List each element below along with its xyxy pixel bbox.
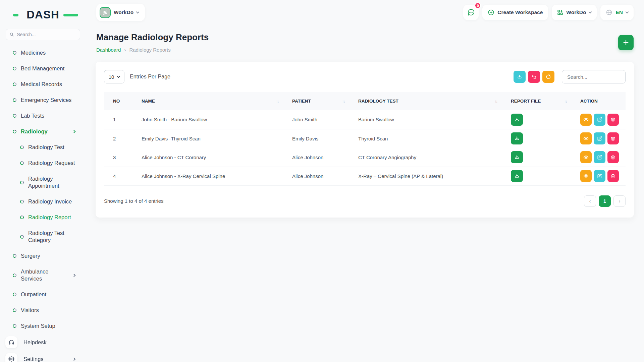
chevron-right-icon — [72, 274, 76, 277]
logo[interactable]: DASH — [18, 8, 68, 21]
circle-dot-icon — [12, 129, 17, 134]
pagination-next-button[interactable]: › — [613, 195, 626, 207]
circle-dot-icon — [20, 199, 24, 204]
messages-button[interactable]: 0 — [463, 5, 479, 20]
pagination-prev-button[interactable]: ‹ — [584, 195, 596, 207]
add-report-button[interactable] — [618, 35, 634, 50]
chat-bubble-icon — [467, 8, 475, 16]
circle-dot-icon — [20, 145, 24, 149]
delete-button[interactable] — [607, 151, 619, 163]
chevron-down-icon — [117, 74, 120, 78]
cell-no: 3 — [104, 148, 132, 167]
entries-per-page-select[interactable]: 10 — [104, 70, 124, 83]
circle-dot-icon — [12, 254, 17, 258]
view-button[interactable] — [580, 114, 592, 126]
export-button[interactable] — [514, 71, 526, 83]
circle-dot-icon — [12, 66, 17, 71]
download-icon — [514, 173, 520, 179]
page-title: Manage Radiology Reports — [96, 32, 209, 43]
download-icon — [514, 155, 520, 160]
trash-icon — [610, 155, 615, 160]
sidebar-item-radiology-request[interactable]: Radiology Request — [0, 155, 86, 171]
column-header-name[interactable]: NAME↑↓ — [132, 92, 283, 110]
edit-button[interactable] — [594, 151, 605, 163]
cell-name: Emily Davis -Thyroid Scan — [132, 129, 283, 148]
sidebar-item-helpdesk[interactable]: Helpdesk — [0, 334, 86, 351]
chevron-down-icon — [136, 10, 140, 13]
sidebar-item-radiology-test[interactable]: Radiology Test — [0, 139, 86, 155]
download-report-button[interactable] — [511, 114, 523, 126]
sidebar-item-radiology-test-category[interactable]: Radiology Test Category — [0, 225, 86, 248]
sidebar-item-radiology-appointment[interactable]: Radiology Appointment — [0, 171, 86, 194]
cell-test: Barium Swallow — [349, 110, 502, 129]
sort-icon[interactable]: ↑↓ — [495, 99, 497, 103]
sidebar-item-system-setup[interactable]: System Setup — [0, 318, 86, 334]
language-selector[interactable]: EN — [600, 5, 634, 20]
sidebar-item-lab-tests[interactable]: Lab Tests — [0, 108, 86, 124]
cell-test: CT Coronary Angiography — [349, 148, 502, 167]
view-button[interactable] — [580, 151, 592, 163]
circle-dot-icon — [12, 82, 17, 86]
sidebar-item-visitors[interactable]: Visitors — [0, 302, 86, 318]
sort-icon[interactable]: ↑↓ — [564, 99, 567, 103]
search-icon — [10, 32, 14, 37]
plus-icon — [622, 39, 630, 46]
breadcrumb-dashboard-link[interactable]: Dashboard — [96, 47, 121, 53]
sidebar-item-radiology-invoice[interactable]: Radiology Invoice — [0, 194, 86, 209]
trash-icon — [610, 136, 615, 141]
breadcrumb-current: Radiology Reports — [129, 47, 170, 53]
sidebar-item-emergency-services[interactable]: Emergency Services — [0, 92, 86, 108]
delete-button[interactable] — [607, 114, 619, 126]
pagination: ‹ 1 › — [584, 195, 626, 207]
view-button[interactable] — [580, 170, 592, 182]
edit-button[interactable] — [594, 170, 605, 182]
column-header-report-file[interactable]: REPORT FILE↑↓ — [502, 92, 571, 110]
sort-icon[interactable]: ↑↓ — [276, 99, 278, 103]
edit-button[interactable] — [594, 114, 605, 126]
delete-button[interactable] — [607, 132, 619, 144]
chevron-right-icon — [72, 357, 76, 361]
breadcrumb: Dashboard › Radiology Reports — [96, 47, 209, 53]
column-header-no[interactable]: NO — [104, 92, 132, 110]
trash-icon — [610, 174, 615, 179]
sidebar-item-medical-records[interactable]: Medical Records — [0, 76, 86, 92]
refresh-button[interactable] — [542, 71, 554, 83]
reports-card: 10 Entries Per Page — [96, 62, 634, 218]
sort-icon[interactable]: ↑↓ — [342, 99, 344, 103]
sidebar-item-ambulance-services[interactable]: Ambulance Services — [0, 264, 86, 287]
table-search-input[interactable] — [562, 70, 626, 83]
sidebar-search-input[interactable] — [17, 32, 76, 37]
cell-patient: Alice Johnson — [283, 167, 349, 185]
cell-no: 1 — [104, 110, 132, 129]
workspace-selector[interactable]: WorkDo — [96, 4, 145, 21]
download-report-button[interactable] — [511, 132, 523, 144]
sidebar-item-medicines[interactable]: Medicines — [0, 45, 86, 61]
view-button[interactable] — [580, 132, 592, 144]
circle-dot-icon — [20, 215, 24, 220]
download-report-button[interactable] — [511, 151, 523, 163]
sidebar-item-radiology[interactable]: Radiology — [0, 124, 86, 139]
column-header-action[interactable]: ACTION — [571, 92, 626, 110]
sidebar-item-outpatient[interactable]: Outpatient — [0, 287, 86, 302]
gear-icon — [8, 356, 14, 362]
table-header-row: NO NAME↑↓ PATIENT↑↓ RADIOLOGY TEST↑↓ REP… — [104, 92, 626, 110]
sidebar-search — [6, 29, 80, 40]
sidebar-item-settings[interactable]: Settings — [0, 351, 86, 362]
pagination-page-1[interactable]: 1 — [599, 195, 611, 207]
cell-test: Thyroid Scan — [349, 129, 502, 148]
column-header-patient[interactable]: PATIENT↑↓ — [283, 92, 349, 110]
column-header-radiology-test[interactable]: RADIOLOGY TEST↑↓ — [349, 92, 502, 110]
download-report-button[interactable] — [511, 170, 523, 182]
sidebar-item-bed-management[interactable]: Bed Management — [0, 61, 86, 76]
delete-button[interactable] — [607, 170, 619, 182]
showing-entries-text: Showing 1 to 4 of 4 entries — [104, 198, 164, 204]
eye-icon — [583, 155, 589, 160]
create-workspace-button[interactable]: Create Workspace — [482, 5, 548, 20]
workdo-menu[interactable]: WorkDo — [552, 5, 597, 20]
trash-icon — [610, 117, 615, 122]
edit-button[interactable] — [594, 132, 605, 144]
sidebar-item-radiology-report[interactable]: Radiology Report — [0, 209, 86, 225]
sidebar-item-surgery[interactable]: Surgery — [0, 248, 86, 264]
cell-patient: Alice Johnson — [283, 148, 349, 167]
reset-button[interactable] — [528, 71, 540, 83]
